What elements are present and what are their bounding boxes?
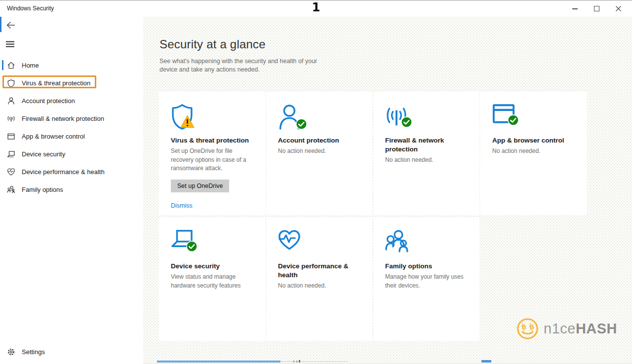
annotation-number: 1: [312, 0, 320, 14]
sidebar-item-firewall-network[interactable]: Firewall & network protection: [0, 109, 143, 127]
network-icon: [385, 104, 413, 132]
person-icon: [278, 104, 306, 132]
card-app-browser-control[interactable]: App & browser control No action needed.: [480, 92, 587, 215]
card-virus-threat-protection[interactable]: Virus & threat protection Set up OneDriv…: [159, 92, 265, 215]
warning-icon: [180, 114, 195, 129]
setup-onedrive-button[interactable]: Set up OneDrive: [171, 180, 229, 192]
back-icon: [6, 21, 16, 30]
sidebar-item-device-performance[interactable]: Device performance & health: [0, 163, 143, 181]
card-status-text: No action needed.: [278, 282, 360, 290]
close-button[interactable]: [607, 0, 629, 17]
back-button[interactable]: [4, 19, 18, 32]
selected-indicator: [2, 60, 3, 70]
progress-buffer-chip: [481, 360, 491, 363]
card-account-protection[interactable]: Account protection No action needed.: [266, 92, 372, 215]
window-controls: [564, 0, 629, 17]
card-title: Family options: [385, 262, 468, 271]
card-firewall-network[interactable]: Firewall & network protection No action …: [373, 92, 479, 215]
sidebar: Home Virus & threat protection Account p…: [0, 17, 143, 364]
smiley-bitcoin-icon: B B: [516, 318, 539, 340]
minimize-button[interactable]: [564, 0, 586, 17]
sidebar-item-settings[interactable]: Settings: [0, 343, 143, 361]
card-title: App & browser control: [492, 136, 575, 145]
app-window-icon: [492, 104, 520, 132]
progress-bar-filled: [157, 361, 280, 363]
menu-button[interactable]: [4, 38, 16, 49]
gear-icon: [7, 348, 15, 356]
shield-icon: [171, 104, 198, 132]
progress-bar-track: [280, 361, 348, 362]
check-badge-icon: [508, 114, 519, 126]
sidebar-item-virus-threat-protection[interactable]: Virus & threat protection: [0, 74, 143, 92]
sidebar-nav: Home Virus & threat protection Account p…: [0, 56, 143, 198]
minimize-icon: [572, 8, 578, 9]
card-title: Virus & threat protection: [171, 136, 253, 145]
card-status-text: No action needed.: [385, 156, 468, 164]
card-status-text: View status and manage hardware security…: [171, 273, 253, 290]
check-badge-icon: [296, 118, 307, 130]
check-badge-icon: [186, 241, 198, 252]
sidebar-item-label: Device performance & health: [22, 168, 105, 176]
maximize-button[interactable]: [586, 0, 607, 17]
sidebar-item-home[interactable]: Home: [0, 56, 143, 74]
person-icon: [7, 97, 15, 105]
card-status-text: Manage how your family uses their device…: [385, 273, 468, 290]
dismiss-link[interactable]: Dismiss: [171, 202, 193, 209]
progress-marker: [299, 360, 300, 363]
progress-tick: [293, 361, 294, 363]
sidebar-item-label: Firewall & network protection: [22, 115, 104, 122]
menu-icon: [6, 41, 14, 47]
progress-tick: [296, 361, 297, 363]
home-icon: [7, 61, 15, 70]
card-device-security[interactable]: Device security View status and manage h…: [159, 218, 265, 341]
shield-icon: [7, 79, 15, 87]
heart-icon: [7, 168, 15, 176]
settings-label: Settings: [22, 348, 45, 356]
nicehash-watermark: B B n1ceHASH: [516, 318, 617, 340]
sidebar-item-label: Account protection: [22, 97, 75, 105]
card-status-text: No action needed.: [492, 147, 575, 155]
family-icon: [385, 229, 413, 258]
laptop-icon: [171, 229, 198, 258]
card-title: Firewall & network protection: [385, 136, 468, 154]
nicehash-wordmark: n1ceHASH: [544, 321, 617, 337]
heart-icon: [278, 229, 306, 258]
sidebar-item-label: App & browser control: [22, 133, 85, 140]
card-title: Device security: [171, 262, 253, 271]
sidebar-item-label: Home: [22, 62, 39, 69]
page-subtitle: See what's happening with the security a…: [159, 57, 332, 74]
sidebar-item-app-browser-control[interactable]: App & browser control: [0, 127, 143, 145]
card-title: Account protection: [278, 136, 360, 145]
window-title: Windows Security: [7, 5, 54, 12]
page-title: Security at a glance: [159, 37, 266, 51]
network-icon: [7, 114, 15, 123]
focus-accent-bar: [0, 17, 1, 32]
check-badge-icon: [401, 116, 412, 128]
main-content: Security at a glance See what's happenin…: [143, 17, 632, 364]
card-family-options[interactable]: Family options Manage how your family us…: [373, 218, 479, 341]
card-status-text: No action needed.: [278, 147, 360, 155]
close-icon: [615, 5, 622, 12]
sidebar-item-device-security[interactable]: Device security: [0, 145, 143, 163]
maximize-icon: [594, 6, 599, 11]
card-device-performance[interactable]: Device performance & health No action ne…: [266, 218, 372, 341]
security-card-grid: Virus & threat protection Set up OneDriv…: [159, 92, 587, 341]
card-description: Set up OneDrive for file recovery option…: [171, 147, 253, 173]
title-bar: Windows Security 1: [0, 0, 632, 17]
sidebar-item-label: Device security: [22, 150, 65, 158]
sidebar-item-label: Family options: [22, 186, 63, 193]
app-window-icon: [7, 132, 15, 141]
sidebar-item-family-options[interactable]: Family options: [0, 181, 143, 198]
sidebar-item-label: Virus & threat protection: [22, 79, 90, 87]
sidebar-item-account-protection[interactable]: Account protection: [0, 92, 143, 109]
laptop-icon: [7, 150, 15, 158]
card-title: Device performance & health: [278, 262, 360, 280]
family-icon: [7, 185, 15, 194]
